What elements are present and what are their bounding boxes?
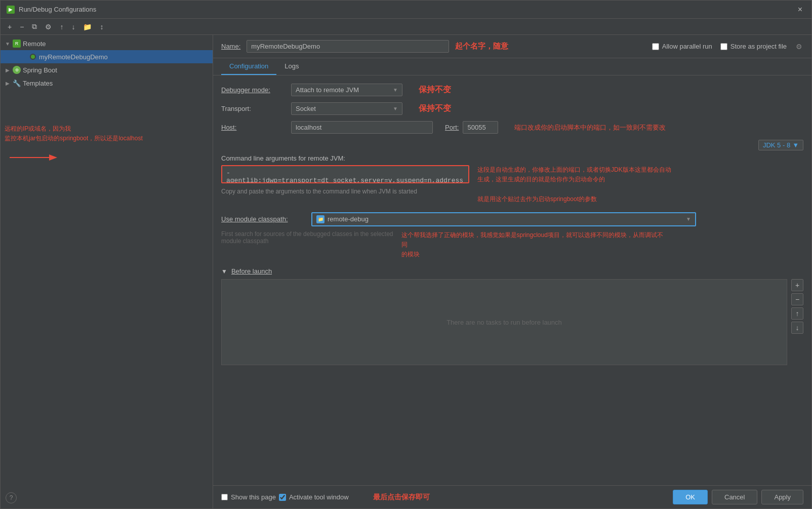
transport-label: Transport: (221, 105, 287, 112)
module-hint2: module classpath (221, 238, 393, 245)
copy-config-button[interactable]: ⧉ (29, 21, 40, 32)
folder-button[interactable]: 📁 (80, 21, 95, 32)
before-launch-list: There are no tasks to run before launch (221, 279, 787, 365)
cmd-input-area: -agentlib:jdwp=transport=dt_socket,serve… (221, 165, 469, 195)
port-input[interactable] (463, 121, 498, 134)
help-area: ? (6, 492, 17, 503)
jdk-label: JDK 5 - 8 (763, 141, 790, 149)
section-label: Before launch (231, 267, 272, 275)
activate-window-checkbox[interactable] (279, 494, 286, 501)
title-bar-left: ▶ Run/Debug Configurations (7, 6, 96, 14)
store-project-item: Store as project file (720, 43, 787, 50)
sort-button[interactable]: ↕ (97, 21, 106, 32)
jdk-row: JDK 5 - 8 ▼ (221, 140, 803, 150)
cmd-annotation: 这段是自动生成的，你修改上面的端口，或者切换JDK版本这里都会自动生成，这里生成… (477, 165, 671, 204)
tab-logs[interactable]: Logs (276, 58, 307, 75)
module-row: Use module classpath: 📁 remote-debug ▼ (221, 212, 803, 226)
tree-label-templates: Templates (23, 80, 53, 87)
cancel-button[interactable]: Cancel (712, 490, 757, 504)
allow-parallel-checkbox[interactable] (652, 43, 659, 50)
arrow-svg-host (5, 147, 65, 168)
before-down-button[interactable]: ↓ (791, 322, 803, 334)
remote-icon: R (13, 40, 21, 48)
cmd-textarea[interactable]: -agentlib:jdwp=transport=dt_socket,serve… (221, 165, 469, 183)
config-area: Debugger mode: Attach to remote JVM ▼ 保持… (213, 75, 811, 485)
settings-config-button[interactable]: ⚙ (42, 21, 55, 32)
transport-value: Socket (296, 105, 316, 112)
section-toggle[interactable]: ▼ (221, 268, 227, 275)
gear-button[interactable]: ⚙ (795, 42, 803, 52)
add-config-button[interactable]: + (5, 21, 15, 32)
before-launch-section: ▼ Before launch There are no tasks to ru… (221, 267, 803, 365)
debugger-mode-value: Attach to remote JVM (296, 86, 359, 94)
config-section: Debugger mode: Attach to remote JVM ▼ 保持… (221, 84, 803, 365)
spring-icon: ⚙ (13, 66, 21, 74)
ok-button[interactable]: OK (673, 490, 708, 504)
debugger-mode-select[interactable]: Attach to remote JVM ▼ (291, 84, 402, 96)
close-button[interactable]: × (795, 4, 805, 15)
tree-item-spring[interactable]: ▶ ⚙ Spring Boot (1, 63, 213, 76)
show-page-label: Show this page (231, 493, 276, 501)
move-up-button[interactable]: ↑ (57, 21, 66, 32)
side-buttons: + − ↑ ↓ (791, 279, 803, 365)
show-page: Show this page Activate tool window (221, 493, 349, 501)
footer-buttons: OK Cancel Apply (673, 490, 803, 504)
module-hints-row: First search for sources of the debugged… (221, 230, 803, 260)
name-input[interactable] (247, 40, 449, 53)
tabs-row: Configuration Logs (213, 58, 811, 75)
before-launch-empty: There are no tasks to run before launch (446, 319, 562, 326)
left-annotation-area: 远程的IP或域名，因为我监控本机jar包启动的springboot，所以还是lo… (1, 120, 213, 173)
name-annotation: 起个名字，随意 (455, 42, 508, 51)
module-section: Use module classpath: 📁 remote-debug ▼ (221, 212, 803, 260)
module-hint-texts: First search for sources of the debugged… (221, 230, 393, 260)
module-label: Use module classpath: (221, 215, 307, 223)
tree-item-remote-debug[interactable]: myRemoteDebugDemo (1, 50, 213, 63)
main-content: ▼ R Remote myRemoteDebugDemo ▶ ⚙ Spring … (1, 35, 811, 508)
title-bar: ▶ Run/Debug Configurations × (1, 1, 811, 19)
right-panel: Name: 起个名字，随意 Allow parallel run Store a… (213, 35, 811, 508)
left-panel: ▼ R Remote myRemoteDebugDemo ▶ ⚙ Spring … (1, 35, 213, 508)
debug-icon (29, 53, 37, 61)
name-label: Name: (221, 43, 240, 50)
before-remove-button[interactable]: − (791, 293, 803, 305)
transport-select[interactable]: Socket ▼ (291, 102, 402, 115)
tree-arrow-spring: ▶ (5, 67, 11, 73)
port-annotation: 端口改成你的启动脚本中的端口，如一致则不需要改 (514, 123, 666, 132)
tree-item-templates[interactable]: ▶ 🔧 Templates (1, 76, 213, 90)
jdk-selector[interactable]: JDK 5 - 8 ▼ (758, 140, 803, 150)
host-input[interactable] (291, 121, 433, 134)
transport-annotation: 保持不变 (419, 103, 451, 114)
tree-label-item: myRemoteDebugDemo (39, 53, 108, 61)
port-label: Port: (445, 124, 459, 131)
before-add-button[interactable]: + (791, 279, 803, 291)
cmd-row: -agentlib:jdwp=transport=dt_socket,serve… (221, 165, 803, 204)
apply-button[interactable]: Apply (761, 490, 803, 504)
module-select[interactable]: 📁 remote-debug ▼ (311, 212, 696, 226)
help-button[interactable]: ? (6, 492, 17, 503)
dialog-title: Run/Debug Configurations (19, 6, 96, 13)
show-page-checkbox[interactable] (221, 494, 228, 500)
tab-configuration[interactable]: Configuration (221, 58, 276, 75)
tree-arrow-remote: ▼ (5, 41, 11, 47)
tree-label-spring: Spring Boot (23, 66, 57, 74)
allow-parallel-item: Allow parallel run (652, 43, 712, 50)
name-row: Name: 起个名字，随意 Allow parallel run Store a… (213, 35, 811, 58)
host-port-row: Host: Port: 端口改成你的启动脚本中的端口，如一致则不需要改 (221, 121, 803, 134)
remove-config-button[interactable]: − (17, 21, 27, 32)
cmd-section: Command line arguments for remote JVM: -… (221, 154, 803, 204)
bottom-note: 最后点击保存即可 (373, 493, 430, 502)
store-project-label: Store as project file (730, 43, 787, 50)
transport-row: Transport: Socket ▼ 保持不变 (221, 102, 803, 115)
store-project-checkbox[interactable] (720, 43, 727, 50)
tree-arrow-templates: ▶ (5, 81, 11, 86)
run-debug-dialog: ▶ Run/Debug Configurations × + − ⧉ ⚙ ↑ ↓… (0, 0, 812, 509)
debugger-annotation: 保持不变 (419, 85, 451, 95)
tree-item-remote[interactable]: ▼ R Remote (1, 37, 213, 50)
section-header: ▼ Before launch (221, 267, 803, 275)
module-select-inner: 📁 remote-debug (316, 215, 369, 223)
before-up-button[interactable]: ↑ (791, 307, 803, 320)
footer-row: Show this page Activate tool window 最后点击… (213, 485, 811, 508)
move-down-button[interactable]: ↓ (68, 21, 78, 32)
tree-label-remote: Remote (23, 40, 46, 48)
activate-label: Activate tool window (289, 493, 349, 501)
